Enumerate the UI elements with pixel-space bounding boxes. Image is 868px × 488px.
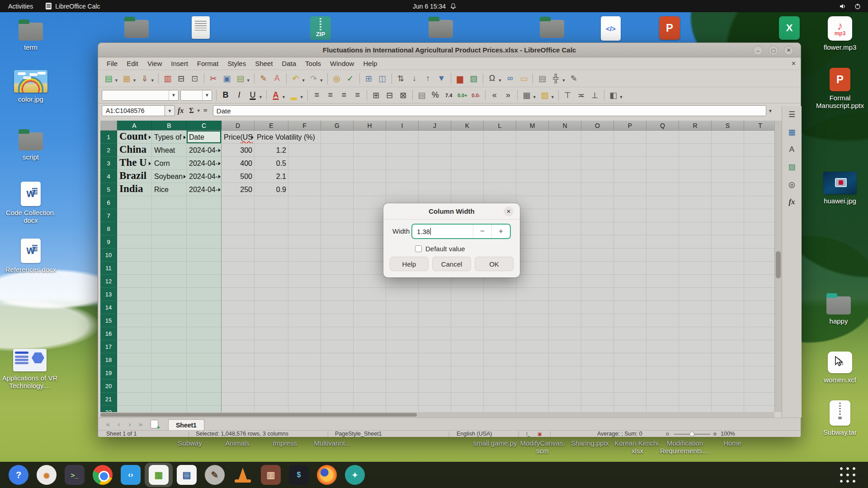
cell-D7[interactable] [222,209,255,222]
cell-K13[interactable] [451,288,484,301]
cell-C21[interactable] [187,393,222,406]
cell-H14[interactable] [354,301,386,314]
menu-sheet[interactable]: Sheet [251,58,277,69]
cell-M3[interactable] [516,157,549,170]
cell-C19[interactable] [187,366,222,380]
cell-S2[interactable] [712,144,744,157]
cell-J17[interactable] [419,340,451,353]
cell-O2[interactable] [581,144,614,157]
cell-K1[interactable] [451,131,484,144]
cell-I1[interactable] [386,131,419,144]
sum-dropdown-icon[interactable]: ▼ [197,108,201,113]
cell-D5[interactable]: 250 [222,183,255,196]
cell-B9[interactable] [152,235,187,249]
cell-T1[interactable] [744,131,774,144]
formula-input[interactable]: Date [213,105,766,116]
cell-H15[interactable] [354,314,386,327]
decrement-button[interactable]: − [473,225,491,238]
cell-Q19[interactable] [646,366,679,380]
sort-descending-button[interactable]: ↑ [422,72,434,85]
gallery-icon[interactable]: ▨ [788,162,795,172]
cell-Q12[interactable] [646,275,679,288]
cell-A9[interactable] [117,235,152,249]
cell-E16[interactable] [255,327,288,340]
cell-S17[interactable] [712,340,744,353]
cell-A21[interactable] [117,393,152,406]
last-sheet-icon[interactable]: » [136,420,145,428]
cell-E13[interactable] [255,288,288,301]
cell-A19[interactable] [117,366,152,380]
cell-D14[interactable] [222,301,255,314]
cell-A16[interactable] [117,327,152,340]
cell-Q7[interactable] [646,209,679,222]
column-header-P[interactable]: P [614,121,646,131]
horizontal-scrollbar-thumb[interactable] [100,413,417,417]
cell-T8[interactable] [744,222,774,235]
cell-R21[interactable] [679,393,712,406]
cell-D8[interactable] [222,222,255,235]
cell-Q22[interactable] [646,406,679,412]
cell-N22[interactable] [549,406,581,412]
cell-N20[interactable] [549,380,581,393]
cell-F21[interactable] [288,393,321,406]
cell-P15[interactable] [614,314,646,327]
cell-F2[interactable] [288,144,321,157]
autofilter-button[interactable]: ▼ [435,72,448,85]
column-header-F[interactable]: F [288,121,321,131]
cell-B13[interactable] [152,288,187,301]
column-header-A[interactable]: A [117,121,152,131]
cell-T9[interactable] [744,235,774,249]
cell-P13[interactable] [614,288,646,301]
cell-G8[interactable] [321,222,354,235]
column-header-B[interactable]: B [152,121,187,131]
name-box[interactable]: A1:C1048576 [102,105,165,116]
cell-C8[interactable] [187,222,222,235]
cell-M7[interactable] [516,209,549,222]
cell-Q17[interactable] [646,340,679,353]
column-header-L[interactable]: L [484,121,516,131]
cell-M14[interactable] [516,301,549,314]
styles-icon[interactable]: A [789,145,794,154]
cell-P14[interactable] [614,301,646,314]
cell-Q20[interactable] [646,380,679,393]
cell-N10[interactable] [549,249,581,262]
cell-T15[interactable] [744,314,774,327]
merge-center-button[interactable]: ⊟ [383,89,396,102]
cell-B15[interactable] [152,314,187,327]
cell-R5[interactable] [679,183,712,196]
dock-terminal-2[interactable]: $ [285,463,313,487]
cell-E9[interactable] [255,235,288,249]
show-apps-button[interactable] [834,463,862,487]
cell-H2[interactable] [354,144,386,157]
sort-button[interactable]: ⇅ [395,72,407,85]
font-name-combo[interactable]: ▼ [102,90,179,101]
cell-D15[interactable] [222,314,255,327]
format-number-button[interactable]: 7.4 [443,89,455,102]
cell-E18[interactable] [255,353,288,366]
cell-F12[interactable] [288,275,321,288]
cell-J1[interactable] [419,131,451,144]
cell-E3[interactable]: 0.5 [255,157,288,170]
cell-D9[interactable] [222,235,255,249]
cell-P12[interactable] [614,275,646,288]
desktop-icon-applications-of-vr-technology-[interactable]: Applications of VR Technology.... [0,349,59,390]
cell-C14[interactable] [187,301,222,314]
cell-M1[interactable] [516,131,549,144]
cell-I21[interactable] [386,393,419,406]
cell-L18[interactable] [484,353,516,366]
insert-chart-button[interactable]: ▆ [454,72,467,85]
cell-C6[interactable] [187,196,222,209]
cell-N5[interactable] [549,183,581,196]
cell-O5[interactable] [581,183,614,196]
cell-C5[interactable]: 2024-04- [187,183,222,196]
cell-K15[interactable] [451,314,484,327]
cell-N15[interactable] [549,314,581,327]
cell-A5[interactable]: India [117,183,152,196]
cell-T10[interactable] [744,249,774,262]
cell-R22[interactable] [679,406,712,412]
cell-S18[interactable] [712,353,744,366]
cell-I14[interactable] [386,301,419,314]
column-header-M[interactable]: M [516,121,549,131]
cell-A18[interactable] [117,353,152,366]
desktop-icon-label[interactable]: Multivarint... [314,439,351,447]
